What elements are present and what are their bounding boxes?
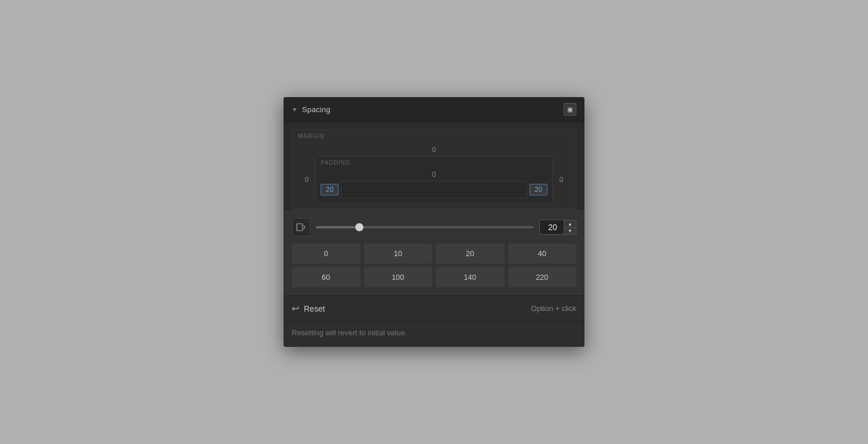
margin-right-value: 0 <box>553 156 570 204</box>
panel-settings-button[interactable]: ▣ <box>564 103 576 116</box>
preset-button-220[interactable]: 220 <box>508 267 577 287</box>
preset-button-140[interactable]: 140 <box>436 267 505 287</box>
spinner-buttons: ▲ ▼ <box>564 220 576 235</box>
svg-line-1 <box>304 225 305 227</box>
preset-button-0[interactable]: 0 <box>292 243 361 264</box>
preset-button-40[interactable]: 40 <box>508 243 577 264</box>
svg-line-2 <box>304 227 305 229</box>
preset-button-60[interactable]: 60 <box>292 267 361 287</box>
panel-header: ▼ Spacing ▣ <box>284 97 584 122</box>
padding-right-value: 20 <box>529 184 547 195</box>
margin-sides: 0 PADDING 0 20 20 0 <box>298 156 570 204</box>
margin-left-value: 0 <box>298 156 315 204</box>
input-mode-button[interactable] <box>292 218 310 236</box>
reset-area: ↩ Reset Option + click <box>284 295 584 321</box>
slider-fill <box>316 226 359 228</box>
margin-box: MARGIN 0 0 PADDING 0 20 20 0 <box>292 129 576 210</box>
padding-top-value: 0 <box>321 171 547 179</box>
svg-rect-0 <box>297 224 303 231</box>
preset-grid: 0 10 20 40 60 100 140 220 <box>292 243 576 287</box>
preset-button-20[interactable]: 20 <box>436 243 505 264</box>
padding-label: PADDING <box>321 160 351 166</box>
padding-sides: 20 20 <box>321 181 547 198</box>
margin-label: MARGIN <box>298 133 325 139</box>
slider-thumb[interactable] <box>355 223 363 231</box>
preset-button-100[interactable]: 100 <box>364 267 433 287</box>
reset-button[interactable]: ↩ Reset <box>292 303 325 314</box>
input-mode-icon <box>296 223 306 231</box>
value-spinner: ▲ ▼ <box>539 220 576 235</box>
spinner-down-button[interactable]: ▼ <box>564 227 576 235</box>
spacing-diagram: MARGIN 0 0 PADDING 0 20 20 0 <box>284 122 584 210</box>
panel-icon: ▣ <box>567 106 573 113</box>
chevron-down-icon[interactable]: ▼ <box>292 106 297 113</box>
preset-button-10[interactable]: 10 <box>364 243 433 264</box>
info-text: Resetting will revert to initial value. <box>292 328 407 337</box>
spacing-panel: ▼ Spacing ▣ MARGIN 0 0 PADDING 0 20 20 <box>284 97 584 347</box>
shortcut-hint: Option + click <box>531 304 576 313</box>
padding-box: PADDING 0 20 20 <box>315 156 553 204</box>
panel-header-left: ▼ Spacing <box>292 105 330 114</box>
inner-content-area <box>341 181 527 198</box>
slider-row: ▲ ▼ <box>292 218 576 236</box>
controls-area: ▲ ▼ 0 10 20 40 60 100 140 220 <box>284 210 584 295</box>
margin-top-value: 0 <box>298 146 570 154</box>
spinner-up-button[interactable]: ▲ <box>564 220 576 227</box>
reset-label: Reset <box>304 304 325 313</box>
slider-track[interactable] <box>316 226 534 228</box>
panel-title: Spacing <box>302 105 330 114</box>
info-area: Resetting will revert to initial value. <box>284 321 584 347</box>
padding-left-value: 20 <box>321 184 339 195</box>
reset-icon: ↩ <box>292 303 299 314</box>
